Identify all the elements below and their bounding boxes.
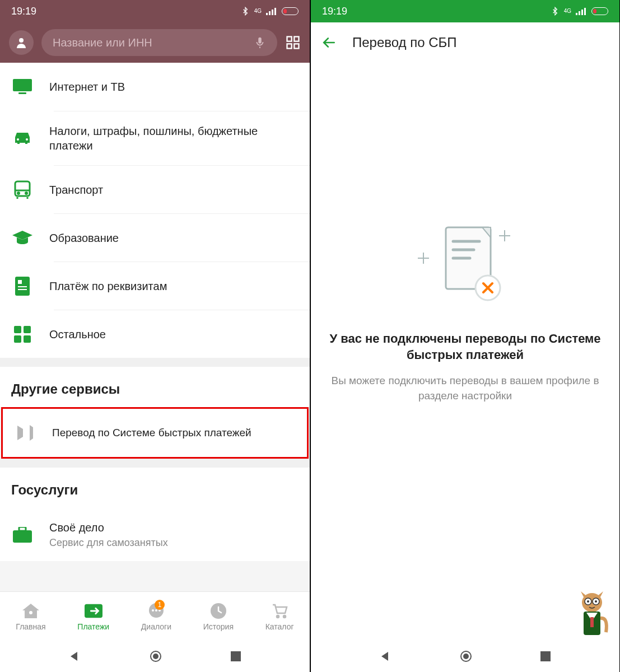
back-button[interactable] [322,35,337,50]
category-label: Платёж по реквизитам [49,279,167,293]
search-input[interactable]: Название или ИНН [41,29,277,56]
svg-point-39 [153,654,159,659]
category-item-internet-tv[interactable]: Интернет и ТВ [0,63,310,111]
category-label: Интернет и ТВ [49,80,125,94]
svg-rect-22 [18,289,27,290]
svg-rect-10 [18,92,26,94]
svg-point-4 [19,38,24,43]
nav-payments[interactable]: Платежи [77,602,109,631]
nav-home[interactable]: Главная [16,602,45,631]
battery-icon [591,7,608,15]
svg-point-12 [26,138,28,141]
svg-rect-24 [24,326,31,333]
document-icon [11,277,34,296]
svg-rect-63 [540,651,551,661]
network-label: 4G [564,8,571,14]
section-divider [0,459,310,468]
status-icons: 4G [551,7,608,16]
android-recent[interactable] [540,651,551,661]
svg-point-32 [152,609,154,612]
svg-rect-20 [18,280,22,284]
svg-rect-44 [584,8,586,15]
svg-point-11 [17,138,19,141]
category-label: Налоги, штрафы, пошлины, бюджетные плате… [49,124,299,153]
android-recent[interactable] [231,651,241,661]
svg-rect-42 [579,11,580,15]
svg-rect-9 [13,79,32,91]
sbp-icon [14,422,36,444]
android-nav-bar [0,641,310,672]
svg-rect-8 [294,44,299,48]
mascot-image [572,590,612,641]
svg-point-16 [26,192,27,194]
svg-rect-2 [272,10,273,15]
nav-badge: 1 [155,600,165,610]
grid-icon [11,326,34,343]
cart-icon [271,602,288,620]
nav-label: Диалоги [141,622,171,631]
category-item-other[interactable]: Остальное [54,310,310,358]
signal-icon [576,7,587,15]
svg-rect-28 [19,527,26,531]
svg-rect-6 [294,37,299,41]
svg-rect-25 [14,335,21,343]
sbp-highlight: Перевод по Системе быстрых платежей [1,407,309,459]
nav-catalog[interactable]: Каталог [265,602,294,631]
screen-payments: 19:19 4G Название или ИНН Интернет и ТВ … [0,0,310,672]
clock-icon [209,602,227,620]
nav-label: Главная [16,622,45,631]
bottom-nav: Главная Платежи 1 Диалоги История Катало… [0,591,310,641]
svg-rect-27 [13,530,32,543]
svg-point-62 [463,654,469,659]
section-title-other-services: Другие сервисы [0,367,310,407]
category-item-education[interactable]: Образование [54,213,310,262]
empty-state: У вас не подключены переводы по Системе … [311,63,619,641]
section-title-gosuslugi: Госуслуги [0,468,310,508]
category-item-taxes[interactable]: Налоги, штрафы, пошлины, бюджетные плате… [54,111,310,165]
mic-icon[interactable] [254,36,266,49]
sbp-label: Перевод по Системе быстрых платежей [52,426,251,440]
bus-icon [11,180,34,199]
nav-label: Платежи [77,622,109,631]
svg-rect-7 [287,44,292,48]
svg-rect-60 [590,617,594,627]
appbar-title: Перевод по СБП [352,35,457,50]
empty-state-title: У вас не подключены переводы по Системе … [328,330,603,363]
svg-rect-3 [274,8,276,15]
svg-rect-1 [269,11,271,15]
qr-scan-button[interactable] [285,35,301,50]
signal-icon [266,7,277,15]
android-back[interactable] [380,651,391,662]
content-scroll[interactable]: Интернет и ТВ Налоги, штрафы, пошлины, б… [0,63,310,591]
nav-label: Каталог [265,622,294,631]
category-label: Образование [49,231,119,245]
svg-rect-5 [287,37,292,41]
sbp-transfer-item[interactable]: Перевод по Системе быстрых платежей [3,409,307,457]
screen-sbp-transfer: 19:19 4G Перевод по СБП [310,0,619,672]
svg-point-36 [277,615,279,618]
nav-label: История [203,622,234,631]
nav-history[interactable]: История [203,602,234,631]
category-item-transport[interactable]: Транспорт [54,165,310,213]
nav-dialogs[interactable]: 1 Диалоги [141,602,171,631]
svg-point-57 [587,600,589,603]
category-item-requisites[interactable]: Платёж по реквизитам [54,262,310,310]
payments-icon [85,602,102,620]
home-icon [22,602,40,620]
category-label: Остальное [49,327,106,342]
status-bar: 19:19 4G [0,0,310,22]
gos-sublabel: Сервис для самозанятых [49,537,168,549]
gosuslugi-item[interactable]: Своё дело Сервис для самозанятых [0,508,310,561]
bluetooth-icon [551,7,560,16]
profile-button[interactable] [9,30,34,55]
network-label: 4G [254,8,262,14]
android-home[interactable] [460,650,472,662]
empty-state-illustration [415,222,516,308]
svg-point-29 [29,611,32,614]
user-icon [15,36,28,49]
android-back[interactable] [69,651,80,662]
android-home[interactable] [150,650,162,662]
status-time: 19:19 [11,6,36,17]
category-list: Интернет и ТВ Налоги, штрафы, пошлины, б… [0,63,310,358]
svg-rect-0 [266,13,268,15]
